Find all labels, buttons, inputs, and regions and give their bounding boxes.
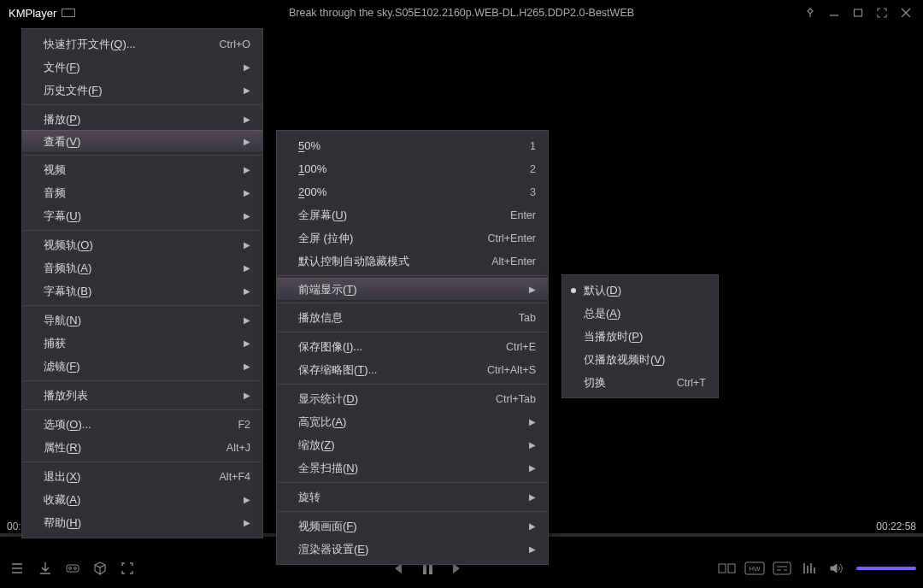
ontop-menu-item-1[interactable]: 总是(A) xyxy=(562,302,718,325)
menu-item-label: 视频 xyxy=(44,162,66,178)
vr-icon[interactable] xyxy=(62,557,84,579)
maximize-button[interactable] xyxy=(846,1,870,25)
menu-item-label: 视频轨(O) xyxy=(44,238,93,253)
view-menu-item-16[interactable]: 缩放(Z)▶ xyxy=(277,433,548,456)
svg-point-2 xyxy=(69,567,72,570)
view-menu-item-0[interactable]: 50%1 xyxy=(277,134,548,157)
ontop-menu-item-4[interactable]: 切换Ctrl+T xyxy=(562,371,718,394)
view-menu-item-11[interactable]: 保存图像(I)...Ctrl+E xyxy=(277,335,548,358)
menu-separator xyxy=(278,511,547,512)
menu-item-label: 收藏(A) xyxy=(44,492,80,508)
volume-icon[interactable] xyxy=(826,557,848,579)
main-menu-item-13[interactable]: 字幕轨(B)▶ xyxy=(22,279,262,303)
menu-item-label: 音频 xyxy=(44,185,66,201)
ontop-menu-item-0[interactable]: 默认(D) xyxy=(562,279,718,302)
fullscreen-button[interactable] xyxy=(870,1,894,25)
menu-item-label: 切换 xyxy=(584,375,606,391)
menu-item-label: 100% xyxy=(298,162,326,175)
menu-separator xyxy=(23,155,262,156)
volume-slider[interactable] xyxy=(856,567,916,570)
submenu-arrow-icon: ▶ xyxy=(244,211,250,220)
main-menu-item-2[interactable]: 历史文件(F)▶ xyxy=(22,79,262,102)
menu-separator xyxy=(278,275,547,276)
menu-item-shortcut: 2 xyxy=(530,163,536,175)
ontop-menu-item-2[interactable]: 当播放时(P) xyxy=(562,325,718,348)
3d-icon[interactable] xyxy=(89,557,111,579)
titlebar-window-icon[interactable] xyxy=(62,9,75,17)
main-menu-item-19[interactable]: 播放列表▶ xyxy=(22,384,262,407)
view-menu-item-19[interactable]: 旋转▶ xyxy=(277,485,548,509)
subtitle-icon[interactable] xyxy=(771,557,793,579)
main-menu-item-21[interactable]: 选项(O)...F2 xyxy=(22,413,262,436)
main-menu-item-25[interactable]: 收藏(A)▶ xyxy=(22,488,262,511)
menu-item-label: 全屏 (拉伸) xyxy=(298,231,353,246)
context-menu-main: 快速打开文件(Q)...Ctrl+O文件(F)▶历史文件(F)▶播放(P)▶查看… xyxy=(21,28,263,538)
svg-rect-10 xyxy=(773,562,791,574)
main-menu-item-15[interactable]: 导航(N)▶ xyxy=(22,309,262,332)
menu-item-label: 仅播放视频时(V) xyxy=(584,352,665,368)
main-menu-item-4[interactable]: 播放(P)▶ xyxy=(22,108,262,131)
submenu-arrow-icon: ▶ xyxy=(529,521,536,531)
main-menu-item-1[interactable]: 文件(F)▶ xyxy=(22,56,262,79)
submenu-arrow-icon: ▶ xyxy=(244,286,250,296)
menu-item-label: 视频画面(F) xyxy=(298,519,357,534)
main-menu-item-8[interactable]: 音频▶ xyxy=(22,181,262,204)
view-menu-item-17[interactable]: 全景扫描(N)▶ xyxy=(277,456,548,479)
menu-item-label: 全屏幕(U) xyxy=(298,208,347,223)
menu-item-shortcut: Ctrl+T xyxy=(677,377,706,389)
main-menu-item-16[interactable]: 捕获▶ xyxy=(22,332,262,355)
menu-separator xyxy=(23,230,262,231)
main-menu-item-22[interactable]: 属性(R)Alt+J xyxy=(22,436,262,459)
view-menu-item-21[interactable]: 视频画面(F)▶ xyxy=(277,514,548,538)
main-menu-item-12[interactable]: 音频轨(A)▶ xyxy=(22,256,262,279)
submenu-arrow-icon: ▶ xyxy=(529,285,536,294)
view-menu-item-15[interactable]: 高宽比(A)▶ xyxy=(277,410,548,433)
menu-item-label: 历史文件(F) xyxy=(44,83,103,98)
minimize-button[interactable] xyxy=(822,1,846,25)
playlist-icon[interactable] xyxy=(7,557,29,579)
svg-point-3 xyxy=(74,567,77,570)
download-icon[interactable] xyxy=(34,557,56,579)
menu-item-shortcut: Ctrl+O xyxy=(220,38,250,50)
menu-separator xyxy=(23,462,262,462)
close-button[interactable] xyxy=(894,1,918,25)
main-menu-item-24[interactable]: 退出(X)Alt+F4 xyxy=(22,465,262,488)
view-menu-item-12[interactable]: 保存缩略图(T)...Ctrl+Alt+S xyxy=(277,358,548,381)
menu-item-label: 属性(R) xyxy=(44,440,81,456)
submenu-arrow-icon: ▶ xyxy=(529,463,536,473)
submenu-arrow-icon: ▶ xyxy=(529,544,536,554)
menu-item-shortcut: Alt+J xyxy=(226,442,250,454)
hw-icon[interactable]: HW xyxy=(744,557,766,579)
menu-item-label: 全景扫描(N) xyxy=(298,461,358,476)
submenu-arrow-icon: ▶ xyxy=(244,263,250,273)
view-menu-item-14[interactable]: 显示统计(D)Ctrl+Tab xyxy=(277,387,548,410)
view-menu-item-3[interactable]: 全屏幕(U)Enter xyxy=(277,203,548,226)
view-menu-item-7[interactable]: 前端显示(T)▶ xyxy=(277,278,548,301)
main-menu-item-7[interactable]: 视频▶ xyxy=(22,158,262,181)
view-menu-item-9[interactable]: 播放信息Tab xyxy=(277,306,548,329)
main-menu-item-17[interactable]: 滤镜(F)▶ xyxy=(22,355,262,378)
loop-segment-icon[interactable] xyxy=(716,557,738,579)
equalizer-icon[interactable] xyxy=(798,557,820,579)
main-menu-item-0[interactable]: 快速打开文件(Q)...Ctrl+O xyxy=(22,32,262,56)
menu-item-label: 默认(D) xyxy=(584,283,621,298)
menu-item-shortcut: Alt+F4 xyxy=(220,471,250,483)
view-menu-item-2[interactable]: 200%3 xyxy=(277,180,548,203)
menu-item-shortcut: Ctrl+Enter xyxy=(487,232,536,244)
main-menu-item-26[interactable]: 帮助(H)▶ xyxy=(22,511,262,534)
menu-separator xyxy=(23,409,262,410)
menu-separator xyxy=(278,384,547,385)
video-title: Break through the sky.S05E102.2160p.WEB-… xyxy=(289,7,634,19)
pin-icon[interactable] xyxy=(798,1,822,25)
main-menu-item-5[interactable]: 查看(V)▶ xyxy=(22,130,262,153)
view-menu-item-5[interactable]: 默认控制自动隐藏模式Alt+Enter xyxy=(277,250,548,273)
main-menu-item-11[interactable]: 视频轨(O)▶ xyxy=(22,233,262,256)
menu-item-shortcut: Tab xyxy=(519,312,536,324)
ontop-menu-item-3[interactable]: 仅播放视频时(V) xyxy=(562,348,718,371)
main-menu-item-9[interactable]: 字幕(U)▶ xyxy=(22,204,262,227)
view-menu-item-4[interactable]: 全屏 (拉伸)Ctrl+Enter xyxy=(277,226,548,250)
view-menu-item-1[interactable]: 100%2 xyxy=(277,157,548,180)
view-menu-item-22[interactable]: 渲染器设置(E)▶ xyxy=(277,538,548,561)
menu-item-label: 音频轨(A) xyxy=(44,261,91,276)
capture-icon[interactable] xyxy=(116,557,138,579)
